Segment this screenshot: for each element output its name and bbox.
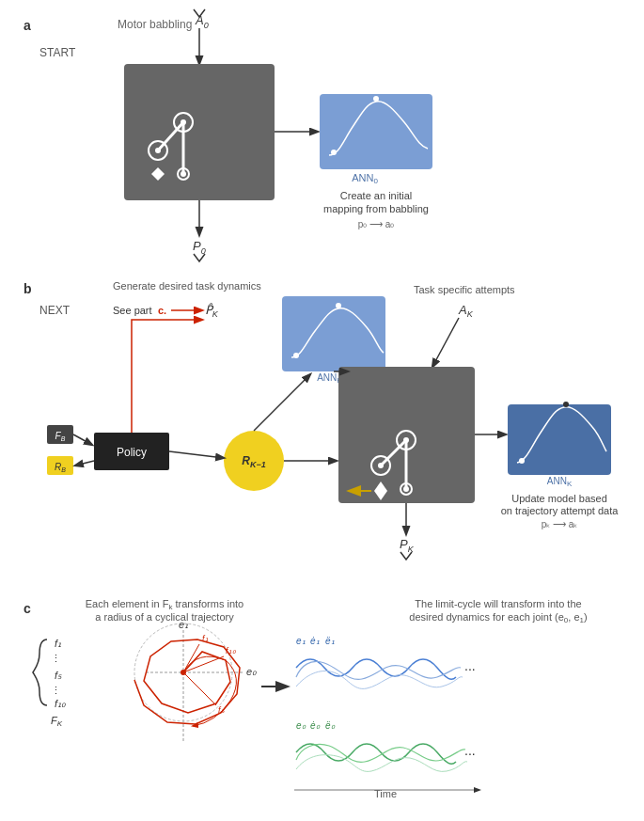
annk1-box — [282, 296, 385, 371]
svg-text:⋮: ⋮ — [51, 653, 61, 664]
svg-point-9 — [336, 303, 341, 308]
section-b-label: b — [24, 281, 32, 296]
policy-feedback-red — [132, 320, 202, 433]
see-part-label: See part — [113, 305, 152, 316]
fk-f1: f₁ — [55, 638, 61, 649]
svg-text:⋮: ⋮ — [51, 685, 61, 696]
svg-point-7 — [155, 148, 161, 153]
p0-label: P0 — [193, 239, 206, 256]
create-formula: p₀ ⟶ a₀ — [358, 219, 395, 229]
fk-brace — [33, 639, 47, 705]
f10-plot-label: f₁₀ — [226, 646, 236, 655]
e0dot-wave-label: ė₀ — [310, 720, 321, 731]
e1dot-wave-label: ė₁ — [310, 636, 320, 646]
task-attempts-label: Task specific attempts — [414, 284, 515, 295]
ann0-label: ANN0 — [352, 172, 378, 185]
e1ddot-wave-label: ë₁ — [325, 636, 335, 646]
pk-tick — [401, 552, 412, 560]
generate-label: Generate desired task dynamics — [113, 280, 261, 292]
c-desc1: Each element in Fk transforms into — [86, 598, 243, 611]
c-desc2: a radius of a cyclical trajectory — [95, 611, 234, 623]
e1-wave-label: e₁ — [296, 636, 306, 646]
p0-tick — [194, 254, 205, 261]
f5-line — [183, 672, 216, 705]
ak-label: AK — [458, 303, 474, 319]
dots-upper: ... — [464, 658, 476, 673]
f1-plot-label: f₁ — [202, 634, 209, 643]
update-label2: on trajectory attempt data — [501, 505, 620, 516]
c-desc3: The limit-cycle will transform into the — [415, 598, 581, 609]
policy-label: Policy — [117, 446, 147, 459]
svg-point-17 — [378, 463, 384, 468]
fk-f5: f₅ — [55, 670, 62, 681]
ann0-dot2 — [373, 96, 379, 102]
ann0-dot1 — [331, 150, 337, 155]
policy-to-rb — [75, 461, 94, 466]
fk-f10: f₁₀ — [55, 698, 66, 709]
a0-label: A0 — [195, 13, 209, 30]
svg-point-20 — [563, 402, 569, 407]
fb-to-policy — [73, 434, 92, 445]
babbling-label: Motor babbling — [118, 18, 192, 31]
e1-plot-label: e₁ — [179, 619, 188, 630]
ann0-box — [320, 94, 432, 169]
next-label: NEXT — [39, 304, 71, 317]
fk-label: FK — [51, 715, 63, 728]
phatk-label: P̂K — [205, 303, 219, 319]
svg-point-8 — [293, 353, 299, 358]
annk-box — [508, 404, 611, 475]
update-label1: Update model based — [511, 493, 607, 504]
create-label1: Create an initial — [340, 190, 412, 201]
create-label2: mapping from babbling — [323, 203, 429, 214]
svg-point-19 — [519, 458, 525, 464]
robot-box-a — [124, 64, 275, 200]
annk-label: ANNK — [547, 476, 573, 488]
update-formula: pₖ ⟶ aₖ — [542, 519, 578, 529]
wave-e1-3 — [296, 671, 463, 688]
pk-label: PK — [400, 537, 415, 554]
e0-wave-label: e₀ — [296, 720, 306, 731]
c-desc4: desired dynamics for each joint (e0, e1) — [409, 611, 587, 624]
rk1-to-annk1 — [254, 374, 310, 431]
ak-to-robot — [432, 318, 459, 367]
section-a-label: a — [24, 18, 31, 33]
start-label: START — [39, 46, 76, 59]
policy-to-rk1 — [169, 451, 224, 458]
e0ddot-wave-label: ë₀ — [325, 720, 336, 731]
section-c-label: c — [24, 601, 31, 616]
e0-plot-label: e₀ — [246, 666, 257, 677]
dots-lower: ... — [464, 743, 476, 758]
see-part-c: c. — [158, 305, 166, 316]
